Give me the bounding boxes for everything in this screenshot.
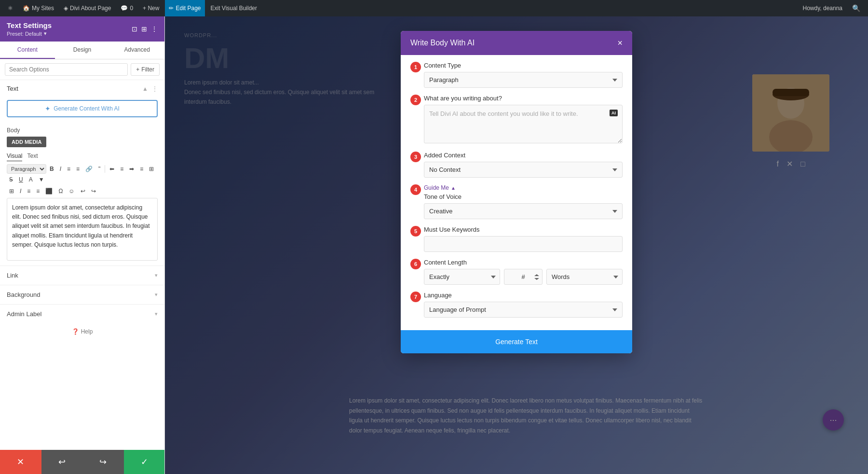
table-button[interactable]: ⊞ bbox=[147, 164, 156, 174]
link-button[interactable]: 🔗 bbox=[83, 164, 95, 174]
length-number-select[interactable]: # 50 100 200 bbox=[504, 269, 542, 285]
paste-button[interactable]: ⊞ bbox=[7, 186, 16, 196]
indent-button[interactable]: ≡ bbox=[25, 186, 33, 196]
writing-about-textarea[interactable] bbox=[424, 105, 623, 143]
undo-button[interactable]: ↩ bbox=[41, 450, 83, 474]
edit-page-item[interactable]: ✏ Edit Page bbox=[165, 0, 204, 16]
modal-overlay: Write Body With AI × 1 Content Type Para… bbox=[165, 16, 868, 474]
step-4-content: Guide Me ▲ Tone of Voice Creative Profes… bbox=[424, 184, 623, 219]
tone-select[interactable]: Creative Professional Casual Formal bbox=[424, 203, 623, 219]
step-3-content: Added Context No Context Page Context bbox=[424, 152, 623, 178]
underline-button[interactable]: U bbox=[16, 175, 26, 184]
new-item[interactable]: + New bbox=[139, 0, 163, 16]
redo-editor-button[interactable]: ↪ bbox=[89, 186, 98, 196]
guide-me-arrow-icon: ▲ bbox=[451, 185, 456, 191]
help-icon: ❓ bbox=[72, 328, 79, 335]
text-section-label: Text bbox=[7, 85, 18, 92]
filter-button[interactable]: + Filter bbox=[131, 63, 160, 76]
emoji-button[interactable]: ☺ bbox=[66, 186, 77, 196]
step-7-row: 7 Language Language of Prompt English Sp… bbox=[410, 292, 623, 318]
language-select[interactable]: Language of Prompt English Spanish bbox=[424, 302, 623, 318]
my-sites-menu[interactable]: 🏠 My Sites bbox=[19, 0, 58, 16]
content-type-select[interactable]: Paragraph Heading List bbox=[424, 72, 623, 88]
ai-badge: AI bbox=[610, 110, 618, 116]
cancel-button[interactable]: ✕ bbox=[0, 450, 41, 474]
italic-button[interactable]: I bbox=[57, 164, 64, 174]
exit-builder-item[interactable]: Exit Visual Builder bbox=[207, 0, 261, 16]
layout-icon[interactable]: ⊡ bbox=[132, 25, 137, 33]
length-qualifier-select[interactable]: Exactly At least At most About bbox=[424, 269, 500, 285]
generate-ai-button[interactable]: ✦ Generate Content With AI bbox=[7, 100, 158, 117]
step-5-number: 5 bbox=[410, 226, 421, 237]
link-arrow-icon: ▾ bbox=[155, 272, 158, 279]
keywords-input[interactable] bbox=[424, 236, 623, 252]
editor-content-area[interactable]: Lorem ipsum dolor sit amet, consectetur … bbox=[7, 198, 158, 261]
length-unit-select[interactable]: Words Sentences Paragraphs bbox=[546, 269, 623, 285]
exit-builder-label: Exit Visual Builder bbox=[211, 5, 258, 12]
more-icon[interactable]: ⋮ bbox=[151, 25, 158, 33]
italic2-button[interactable]: I bbox=[17, 186, 24, 196]
content-length-controls: Exactly At least At most About # 50 100 … bbox=[424, 269, 623, 285]
text-tab[interactable]: Text bbox=[27, 151, 38, 161]
admin-label-section[interactable]: Admin Label ▾ bbox=[0, 304, 164, 323]
align-right-button[interactable]: ➡ bbox=[127, 164, 136, 174]
content-length-label: Content Length bbox=[424, 259, 623, 266]
keywords-label: Must Use Keywords bbox=[424, 226, 623, 233]
align-center-button[interactable]: ≡ bbox=[118, 164, 126, 174]
text-section-header[interactable]: Text ▲ ⋮ bbox=[0, 80, 164, 97]
comments-item[interactable]: 💬 0 bbox=[117, 0, 137, 16]
blockquote-button[interactable]: " bbox=[96, 164, 103, 174]
modal-close-button[interactable]: × bbox=[617, 39, 623, 47]
fullscreen-button[interactable]: ⬛ bbox=[43, 186, 55, 196]
guide-me-row[interactable]: Guide Me ▲ bbox=[424, 184, 623, 191]
ordered-list-button[interactable]: ≡ bbox=[74, 164, 82, 174]
outdent-button[interactable]: ≡ bbox=[34, 186, 42, 196]
modal-title: Write Body With AI bbox=[410, 39, 475, 47]
generate-text-button[interactable]: Generate Text bbox=[401, 330, 632, 353]
undo-editor-button[interactable]: ↩ bbox=[78, 186, 88, 196]
strikethrough-button[interactable]: S̶ bbox=[7, 175, 15, 184]
admin-search-icon[interactable]: 🔍 bbox=[848, 4, 864, 12]
preset-label: Preset: Default ▾ bbox=[7, 30, 52, 37]
confirm-button[interactable]: ✓ bbox=[124, 450, 165, 474]
tab-advanced[interactable]: Advanced bbox=[109, 42, 164, 59]
tab-design[interactable]: Design bbox=[55, 42, 110, 59]
added-context-select[interactable]: No Context Page Context bbox=[424, 162, 623, 178]
add-media-button[interactable]: ADD MEDIA bbox=[7, 137, 46, 147]
link-section[interactable]: Link ▾ bbox=[0, 265, 164, 285]
color-down-icon[interactable]: ▼ bbox=[36, 175, 47, 184]
special-chars-button[interactable]: Ω bbox=[56, 186, 65, 196]
modal-header: Write Body With AI × bbox=[401, 31, 632, 55]
unordered-list-button[interactable]: ≡ bbox=[65, 164, 73, 174]
step-3-row: 3 Added Context No Context Page Context bbox=[410, 152, 623, 178]
step-4-row: 4 Guide Me ▲ Tone of Voice Creative Prof… bbox=[410, 184, 623, 219]
search-options-input[interactable] bbox=[5, 63, 128, 76]
link-section-label: Link bbox=[7, 272, 18, 279]
background-arrow-icon: ▾ bbox=[155, 292, 158, 298]
collapse-icon: ▲ bbox=[142, 85, 148, 92]
sites-icon: 🏠 bbox=[23, 5, 30, 12]
divi-about-label: Divi About Page bbox=[70, 5, 111, 12]
filter-icon: + bbox=[136, 66, 139, 73]
edit-page-label: Edit Page bbox=[176, 5, 201, 12]
editor-tabs: Visual Text bbox=[7, 151, 158, 161]
background-section[interactable]: Background ▾ bbox=[0, 285, 164, 304]
added-context-label: Added Context bbox=[424, 152, 623, 159]
chevron-down-icon: ▾ bbox=[44, 30, 47, 37]
wp-icon: ⚛ bbox=[8, 5, 13, 12]
help-row[interactable]: ❓ Help bbox=[0, 323, 164, 340]
wp-logo[interactable]: ⚛ bbox=[4, 0, 17, 16]
justify-button[interactable]: ≡ bbox=[137, 164, 146, 174]
step-4-number: 4 bbox=[410, 184, 421, 195]
bold-button[interactable]: B bbox=[47, 164, 56, 174]
visual-tab[interactable]: Visual bbox=[7, 151, 22, 161]
step-1-row: 1 Content Type Paragraph Heading List bbox=[410, 62, 623, 88]
redo-button[interactable]: ↪ bbox=[82, 450, 124, 474]
columns-icon[interactable]: ⊞ bbox=[141, 25, 147, 33]
tab-content[interactable]: Content bbox=[0, 42, 55, 59]
comments-count: 0 bbox=[130, 5, 133, 12]
align-left-button[interactable]: ⬅ bbox=[107, 164, 117, 174]
divi-about-page[interactable]: ◈ Divi About Page bbox=[60, 0, 115, 16]
text-color-button[interactable]: A bbox=[27, 175, 35, 184]
format-select[interactable]: Paragraph bbox=[7, 164, 46, 174]
